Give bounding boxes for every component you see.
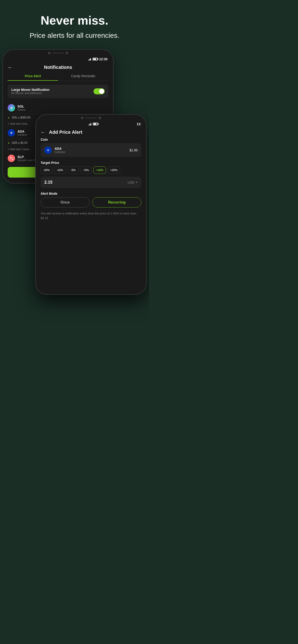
signal-icon-front	[89, 123, 92, 126]
chevron-down-icon: ▼	[135, 181, 138, 184]
large-mover-card: Large Mover Notification for Bitcoin and…	[8, 84, 108, 98]
coin-card[interactable]: ⚙ ADA Cardano $1.95	[41, 143, 141, 157]
coin-card-fullname: Cardano	[55, 150, 65, 154]
notch-camera	[48, 52, 50, 54]
currency-label: USD	[128, 180, 135, 184]
add-alert-header: ← Add Price Alert	[41, 127, 141, 138]
coin-card-left: ⚙ ADA Cardano	[44, 146, 65, 154]
notifications-title: Notifications	[44, 65, 72, 70]
price-btn-plus10[interactable]: +10%	[94, 166, 106, 174]
status-time-back: 12:30	[99, 57, 107, 61]
price-btn-minus20[interactable]: -20%	[41, 166, 52, 174]
large-mover-title: Large Mover Notification	[11, 88, 50, 92]
large-mover-subtitle: for Bitcoin and Ethereum	[11, 92, 50, 95]
coin-card-price: $1.95	[130, 148, 138, 152]
notifications-header: ← Notifications	[8, 62, 108, 72]
status-icons-back	[88, 58, 98, 60]
ada-alert-arrow: ▲	[8, 142, 10, 144]
alert-mode-row: Once Recurring	[41, 197, 141, 208]
notch-speaker	[52, 52, 64, 54]
price-btn-minus5[interactable]: -5%	[68, 166, 79, 174]
target-price-label: Target Price	[41, 161, 141, 164]
price-buttons-row: -20% -10% -5% +5% +10% +20%	[41, 166, 141, 174]
notch-speaker-front	[85, 117, 97, 119]
coin-item-sol: ◎ SOL Solana	[8, 102, 108, 114]
back-arrow-back[interactable]: ←	[8, 65, 12, 70]
notch-camera-2	[66, 52, 68, 54]
large-mover-text: Large Mover Notification for Bitcoin and…	[11, 88, 50, 95]
coin-card-name: ADA	[55, 147, 65, 150]
phone-back-notch	[40, 50, 77, 56]
mode-recurring-button[interactable]: Recurring	[92, 197, 141, 208]
ada-icon: ⚙	[8, 129, 15, 136]
currency-select[interactable]: USD ▼	[128, 180, 138, 184]
toggle-thumb	[99, 89, 104, 94]
hero-subtitle: Price alerts for all currencies.	[9, 31, 140, 40]
price-value: 2.15	[44, 180, 53, 185]
ada-fullname: Cardano	[18, 133, 27, 136]
phone-front: 12: ← Add Price Alert Coin ⚙ ADA Cardano…	[35, 114, 147, 295]
coin-card-info: ADA Cardano	[55, 147, 65, 154]
alert-description: You will receive a notification every ti…	[41, 211, 141, 220]
phone-front-notch	[72, 115, 110, 121]
hero-title: Never miss.	[9, 14, 140, 27]
mode-once-button[interactable]: Once	[41, 197, 90, 208]
hero-section: Never miss. Price alerts for all currenc…	[0, 0, 149, 49]
sol-fullname: Solana	[18, 108, 25, 111]
price-btn-plus20[interactable]: +20%	[108, 166, 120, 174]
status-icons-front	[89, 123, 98, 126]
price-btn-minus10[interactable]: -10%	[54, 166, 66, 174]
ada-name: ADA	[18, 130, 27, 133]
coin-section-label: Coin	[41, 138, 141, 142]
price-btn-plus5[interactable]: +5%	[81, 166, 92, 174]
coin-card-icon: ⚙	[44, 146, 52, 154]
ada-info: ADA Cardano	[18, 130, 27, 136]
status-time-front: 12:	[137, 122, 141, 126]
tabs-row: Price Alert Candy Reminder	[8, 72, 108, 81]
battery-icon-back	[93, 58, 98, 60]
back-arrow-front[interactable]: ←	[41, 130, 45, 135]
large-mover-toggle[interactable]	[94, 88, 105, 94]
sol-alert-arrow: ▲	[8, 116, 10, 119]
battery-icon-front	[93, 123, 98, 126]
signal-icon-back	[88, 58, 92, 60]
notch-camera-front	[81, 117, 83, 119]
price-input-row[interactable]: 2.15 USD ▼	[41, 177, 141, 188]
phones-container: 12:30 ← Notifications Price Alert Candy …	[0, 49, 149, 304]
tab-candy-reminder[interactable]: Candy Reminder	[58, 72, 108, 81]
slp-icon: 🍬	[8, 154, 15, 162]
notch-camera-front-2	[99, 117, 101, 119]
sol-icon: ◎	[8, 104, 15, 112]
sol-info: SOL Solana	[18, 104, 25, 111]
sol-name: SOL	[18, 104, 25, 108]
alert-mode-label: Alert Mode	[41, 192, 141, 196]
screen-content-front: ← Add Price Alert Coin ⚙ ADA Cardano $1.…	[36, 127, 146, 220]
tab-price-alert[interactable]: Price Alert	[8, 72, 58, 81]
add-alert-title: Add Price Alert	[49, 130, 82, 135]
